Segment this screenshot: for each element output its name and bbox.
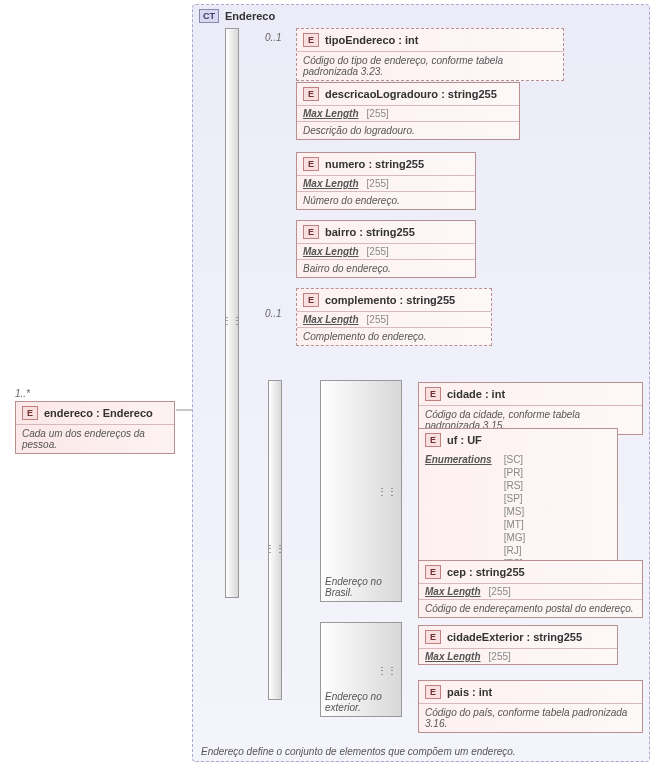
element-badge: E bbox=[425, 433, 441, 447]
sequence-icon: ⋮⋮ bbox=[222, 319, 242, 323]
element-badge: E bbox=[425, 387, 441, 401]
element-endereco-root[interactable]: E endereco : Endereco Cada um dos endere… bbox=[15, 401, 175, 454]
element-complemento[interactable]: E complemento : string255 Max Length[255… bbox=[296, 288, 492, 346]
element-bairro[interactable]: E bairro : string255 Max Length[255] Bai… bbox=[296, 220, 476, 278]
element-description: Cada um dos endereços da pessoa. bbox=[16, 424, 174, 453]
element-badge: E bbox=[425, 685, 441, 699]
choice-brasil[interactable]: ⋮⋮ Endereço no Brasil. bbox=[320, 380, 402, 602]
choice-label: Endereço no exterior. bbox=[325, 691, 401, 713]
choice-exterior[interactable]: ⋮⋮ Endereço no exterior. bbox=[320, 622, 402, 717]
element-title: numero : string255 bbox=[325, 158, 424, 170]
element-title: complemento : string255 bbox=[325, 294, 455, 306]
element-description: Código do tipo de endereço, conforme tab… bbox=[297, 51, 563, 80]
element-description: Bairro do endereço. bbox=[297, 259, 475, 277]
ct-badge: CT bbox=[199, 9, 219, 23]
element-title: descricaoLogradouro : string255 bbox=[325, 88, 497, 100]
element-title: pais : int bbox=[447, 686, 492, 698]
element-badge: E bbox=[303, 87, 319, 101]
element-badge: E bbox=[22, 406, 38, 420]
element-badge: E bbox=[425, 565, 441, 579]
sequence-icon: ⋮⋮ bbox=[377, 486, 397, 497]
element-cidadeexterior[interactable]: E cidadeExterior : string255 Max Length[… bbox=[418, 625, 618, 665]
cardinality-label: 1..* bbox=[15, 388, 30, 399]
element-title: bairro : string255 bbox=[325, 226, 415, 238]
choice-label: Endereço no Brasil. bbox=[325, 576, 401, 598]
cardinality-0-1: 0..1 bbox=[265, 308, 282, 319]
element-description: Código do país, conforme tabela padroniz… bbox=[419, 703, 642, 732]
sequence-icon: ⋮⋮ bbox=[377, 664, 397, 675]
element-badge: E bbox=[303, 225, 319, 239]
ct-title: Endereco bbox=[225, 10, 275, 22]
element-cep[interactable]: E cep : string255 Max Length[255] Código… bbox=[418, 560, 643, 618]
element-descricaologradouro[interactable]: E descricaoLogradouro : string255 Max Le… bbox=[296, 82, 520, 140]
element-title: endereco : Endereco bbox=[44, 407, 153, 419]
element-description: Código de endereçamento postal do endere… bbox=[419, 599, 642, 617]
element-badge: E bbox=[425, 630, 441, 644]
element-description: Número do endereço. bbox=[297, 191, 475, 209]
ct-description: Endereço define o conjunto de elementos … bbox=[201, 746, 516, 757]
root-element: 1..* E endereco : Endereco Cada um dos e… bbox=[15, 388, 30, 401]
element-description: Descrição do logradouro. bbox=[297, 121, 519, 139]
element-description: Complemento do endereço. bbox=[297, 327, 491, 345]
element-tipoendereco[interactable]: E tipoEndereco : int Código do tipo de e… bbox=[296, 28, 564, 81]
element-title: cidade : int bbox=[447, 388, 505, 400]
element-badge: E bbox=[303, 33, 319, 47]
sequence-main[interactable]: ⋮⋮ bbox=[225, 28, 239, 598]
element-numero[interactable]: E numero : string255 Max Length[255] Núm… bbox=[296, 152, 476, 210]
element-pais[interactable]: E pais : int Código do país, conforme ta… bbox=[418, 680, 643, 733]
cardinality-0-1: 0..1 bbox=[265, 32, 282, 43]
element-title: uf : UF bbox=[447, 434, 482, 446]
element-badge: E bbox=[303, 293, 319, 307]
element-title: cep : string255 bbox=[447, 566, 525, 578]
choice-icon: ⋮⋮ bbox=[265, 547, 285, 551]
element-badge: E bbox=[303, 157, 319, 171]
element-title: cidadeExterior : string255 bbox=[447, 631, 582, 643]
element-title: tipoEndereco : int bbox=[325, 34, 419, 46]
choice-container[interactable]: ⋮⋮ bbox=[268, 380, 282, 700]
